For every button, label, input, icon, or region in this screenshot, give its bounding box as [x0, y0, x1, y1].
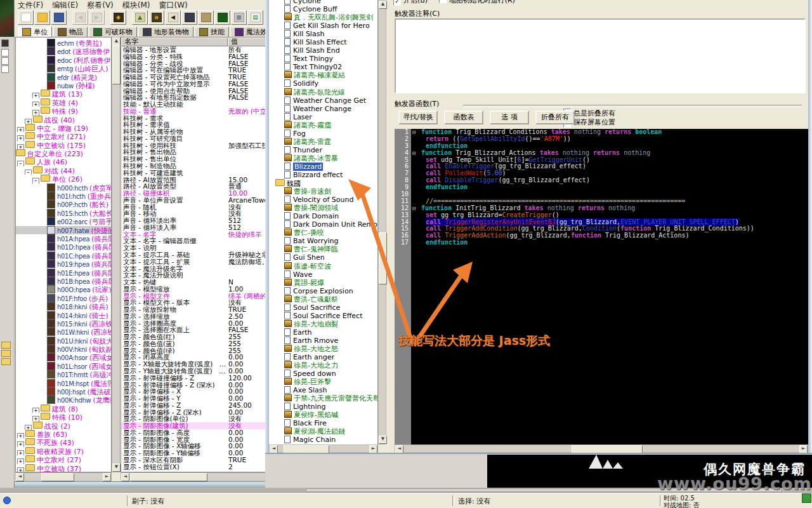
trigger-item[interactable]: 真．无双乱舞-浴剑舞荒剑: [269, 13, 377, 22]
trigger-item[interactable]: Soul Sacrifice Effect: [269, 312, 377, 320]
tree-expander-icon[interactable]: -: [32, 178, 39, 183]
unit-tree-item[interactable]: h00V:hkni (匈奴副将): [16, 345, 111, 353]
trigger-item[interactable]: Fog: [269, 130, 377, 138]
fold-marker-icon[interactable]: ⊟: [412, 129, 416, 136]
terrain-editor-icon[interactable]: ▲: [132, 10, 148, 25]
unit-tree-item[interactable]: echm (奇美拉): [16, 39, 111, 47]
trigger-item[interactable]: 曹操-闇淵領域: [269, 204, 377, 212]
unit-tree-folder[interactable]: +不死族 (43): [16, 438, 111, 446]
unit-tree-folder[interactable]: +建筑 (8): [16, 404, 111, 413]
tree-expander-icon[interactable]: +: [25, 425, 32, 430]
unit-tree-item[interactable]: h00O:hpea (玩家): [16, 285, 111, 293]
unit-tree-folder[interactable]: +中立 - 娜迦 (19): [16, 124, 111, 132]
trigger-item[interactable]: Dark Domain Unit Remove: [269, 220, 377, 229]
lock-icon[interactable]: ◆: [110, 10, 126, 25]
trigger-item[interactable]: 徐晃-大地崩裂: [269, 320, 377, 328]
undo-icon[interactable]: ◀: [72, 10, 88, 25]
new-file-icon[interactable]: [18, 10, 34, 25]
trigger-item[interactable]: Axe Slash: [269, 386, 377, 394]
unit-tree-folder[interactable]: -单位 (26): [16, 175, 111, 183]
trigger-item[interactable]: Text Thingy: [269, 55, 377, 63]
tree-expander-icon[interactable]: +: [25, 119, 32, 124]
unit-tree-item[interactable]: h00P:hcth (船长): [16, 200, 111, 208]
trigger-tree-vscrollbar[interactable]: ▲ ▼: [378, 0, 386, 444]
tree-expander-icon[interactable]: +: [32, 102, 39, 107]
trigger-comment-input[interactable]: [395, 18, 806, 93]
trigger-item[interactable]: Weather Change: [269, 105, 377, 113]
unit-portrait-icon[interactable]: [181, 10, 197, 25]
tree-expander-icon[interactable]: +: [17, 135, 24, 140]
tab-地形装饰物[interactable]: 地形装饰物: [138, 27, 193, 37]
trigger-item[interactable]: Blizzard: [269, 163, 377, 171]
unit-tree-folder[interactable]: +英雄 (4): [16, 98, 111, 107]
unit-tree-item[interactable]: h01E:hpea (骑兵队(左路: [16, 269, 111, 277]
trigger-item[interactable]: 曹仁-撕咬: [269, 229, 377, 237]
sound-editor-icon[interactable]: ◀: [165, 10, 181, 25]
unit-tree-item[interactable]: efdr (精灵龙): [16, 73, 111, 81]
unit-tree-item[interactable]: h00K:hdhw (龙鹰骑士): [16, 396, 111, 404]
unit-tree-item[interactable]: h018:hkni (骑兵): [16, 302, 111, 311]
unit-tree-item[interactable]: h01I:hcth (重步兵队长): [16, 192, 111, 200]
trigger-item[interactable]: 諸葛亮-霧靄: [269, 121, 377, 130]
unit-tree-item[interactable]: h007:hatw (快捷的绵羊): [16, 226, 111, 234]
trigger-item[interactable]: 徐晃-大地之力: [269, 361, 377, 370]
unit-tree-item[interactable]: nubw (孙橿): [16, 81, 111, 90]
unit-tree-folder[interactable]: -人族 (46): [16, 157, 111, 166]
unit-tree-folder[interactable]: +中立被动 (175): [16, 141, 111, 149]
trigger-item[interactable]: 徐晃-巨斧擊: [269, 378, 377, 386]
trigger-item[interactable]: 夏侯淵-魔法鎖鏈: [269, 427, 377, 436]
tree-expander-icon[interactable]: +: [17, 144, 24, 149]
import-manager-icon[interactable]: ▤: [247, 10, 263, 25]
tree-expander-icon[interactable]: -: [25, 170, 32, 175]
code-hscrollbar[interactable]: ◄ ►: [395, 444, 808, 453]
unit-tree-hscrollbar[interactable]: ◄ ►: [15, 472, 112, 481]
unit-tree-folder[interactable]: 自定义单位 (223): [16, 149, 111, 157]
menu-item[interactable]: 窗口(W): [159, 0, 188, 9]
menu-item[interactable]: 察看(V): [87, 0, 114, 9]
unit-tree-folder[interactable]: +中立敌对 (27): [16, 455, 111, 464]
tab-物品[interactable]: 物品: [53, 27, 88, 37]
enable-checkbox[interactable]: ✓开启(B): [393, 0, 428, 4]
unit-tree-item[interactable]: e002:earc (弓箭手): [16, 217, 111, 225]
trigger-item[interactable]: 諸葛亮-臥龍光線: [269, 88, 377, 97]
trigger-item[interactable]: Cyclone: [269, 0, 377, 5]
trigger-item[interactable]: 于禁-九天應元雷聲普化天尊: [269, 394, 377, 403]
trigger-item[interactable]: Soul Sacrifice: [269, 304, 377, 312]
unit-tree-item[interactable]: h01F:hfoo (步兵): [16, 294, 111, 302]
unit-tree-item[interactable]: h014:hkni (骑士): [16, 311, 111, 319]
trigger-item[interactable]: Bat Worrying: [269, 237, 377, 245]
trigger-item[interactable]: Kill Slash Effect: [269, 38, 377, 46]
trigger-item[interactable]: 張遼-斬空波: [269, 262, 377, 271]
trigger-tree-hscrollbar[interactable]: ◄ ►: [269, 444, 378, 453]
unit-tree-item[interactable]: h01S:hcth (大船长): [16, 209, 111, 217]
tree-expander-icon[interactable]: +: [32, 93, 39, 98]
trigger-item[interactable]: Solidify: [269, 79, 377, 88]
column-header-name[interactable]: 名字: [121, 37, 228, 46]
trigger-item[interactable]: Speed down: [269, 370, 377, 378]
unit-tree-item[interactable]: edoc (利爪德鲁伊 暗夜: [16, 56, 111, 64]
unit-tree-item[interactable]: h01U:hkni (匈奴大将): [16, 337, 111, 345]
tab-技能[interactable]: 技能: [195, 27, 229, 37]
trigger-item[interactable]: 賈詡-屍爆: [269, 279, 377, 287]
tree-expander-icon[interactable]: +: [17, 458, 24, 464]
item-icon[interactable]: [198, 10, 214, 25]
tree-expander-icon[interactable]: +: [17, 467, 24, 472]
trigger-item[interactable]: Wave: [269, 271, 377, 279]
tab-单位[interactable]: 单位: [18, 27, 52, 37]
unit-tree-item[interactable]: emtg (山岭巨人): [16, 64, 111, 72]
trigger-item[interactable]: 曹洪-亡魂獻祭: [269, 295, 377, 304]
object-editor-icon[interactable]: [214, 10, 230, 25]
unit-tree-folder[interactable]: +特殊 (10): [16, 413, 111, 421]
tree-expander-icon[interactable]: +: [32, 416, 39, 421]
tray-icon[interactable]: [802, 493, 811, 503]
trigger-item[interactable]: Weather Change Get: [269, 97, 377, 105]
unit-tree-item[interactable]: h000:hcth (虎贲军): [16, 184, 111, 192]
unit-tree-item[interactable]: h01L:hsor (西域女巫): [16, 362, 111, 370]
trigger-item[interactable]: Earth: [269, 328, 377, 337]
tree-expander-icon[interactable]: +: [32, 110, 39, 115]
unit-tree-item[interactable]: h01B:hpea (骑兵队(左路: [16, 277, 111, 285]
trigger-item[interactable]: 曹仁-鬼神降臨: [269, 245, 377, 253]
menu-item[interactable]: 文件(F): [18, 0, 43, 9]
trigger-item[interactable]: Black Fire: [269, 419, 377, 427]
trigger-category-folder[interactable]: 魏國: [269, 179, 377, 187]
